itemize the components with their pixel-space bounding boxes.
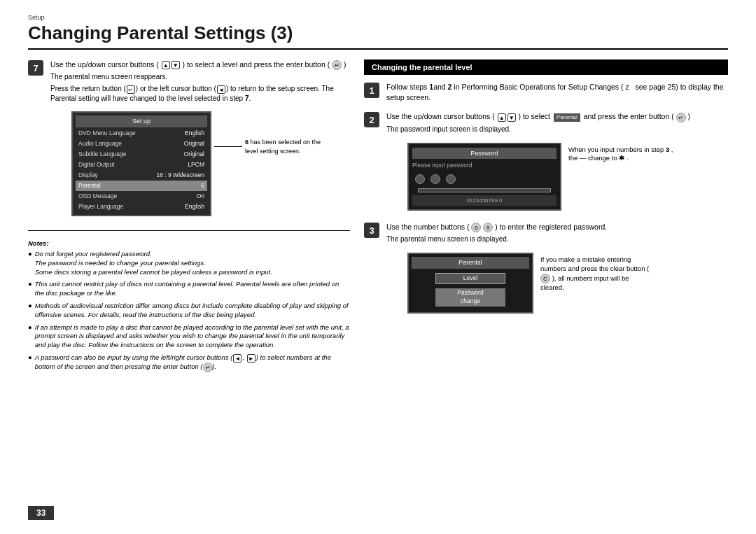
up-arrow-icon: ▲ [162,61,170,69]
password-screen: Password Please input password 012345678… [407,143,561,211]
step-3-annotation: If you make a mistake entering numbers a… [540,255,652,292]
password-screen-title: Password [412,148,556,160]
password-circle-3 [446,174,456,184]
setup-row-display: Display16 : 9 Widescreen [76,170,207,181]
step-7-block: 7 Use the up/down cursor buttons ( ▲▼ ) … [28,59,350,222]
note-text-3: Methods of audiovisual restriction diffe… [35,302,350,320]
step-3-number: 3 [364,223,379,238]
enter-button-icon: ↵ [332,60,342,70]
setup-screen-container: Set up DVD Menu LanguageEnglish Audio La… [71,111,211,216]
password-circle-1 [415,174,425,184]
parental-row-1: Level [412,272,529,287]
notes-section: Notes: ● Do not forget your registered p… [28,239,350,372]
step3-num-icon2: 9 [483,223,493,232]
page-title: Changing Parental Settings (3) [28,22,728,50]
bullet-2: ● [28,280,32,298]
setup-row-subtitle: Subtitle LanguageOriginal [76,150,207,160]
password-label: Please input password [412,162,556,170]
step-2-screen-row: Password Please input password 012345678… [386,139,728,216]
note-text-1: Do not forget your registered password.T… [35,250,272,276]
return-btn-icon: ↩ [127,85,135,94]
step-7-instruction: Use the up/down cursor buttons ( ▲▼ ) to… [50,59,350,70]
clear-btn-icon: C [540,274,550,283]
annotation-line [214,146,242,147]
left-btn-icon: ◄ [217,85,225,94]
step-3-subtext: The parental menu screen is displayed. [386,234,728,244]
parental-menu-level: Level [435,273,505,284]
step3-num-icon1: 0 [471,223,481,232]
note-4: ● If an attempt is made to play a disc t… [28,323,350,350]
notes-title: Notes: [28,239,350,247]
step-2-block: 2 Use the up/down cursor buttons ( ▲▼ ) … [364,111,728,215]
step-7-content: Use the up/down cursor buttons ( ▲▼ ) to… [50,59,350,222]
note-1: ● Do not forget your registered password… [28,250,350,276]
step-1-block: 1 Follow steps 1and 2 in Performing Basi… [364,82,728,104]
parental-screen-title: Parental [412,257,529,269]
step-1-number: 1 [364,83,379,98]
step-2-text: Use the up/down cursor buttons ( ▲▼ ) to… [386,111,728,122]
step-7-sub: The parental menu screen reappears. [50,72,350,82]
bullet-1: ● [28,250,32,276]
step-3-text: Use the number buttons ( 0 9 ) to enter … [386,222,728,232]
parental-screen: Parental Level Password change [407,253,533,313]
setup-row-audio: Audio LanguageOriginal [76,139,207,150]
setup-row-digital: Digital OutputLPCM [76,160,207,170]
parental-select-label: Parental [554,113,580,121]
setup-label: Setup [28,14,728,21]
setup-row-dvd: DVD Menu LanguageEnglish [76,129,207,139]
note-text-5: A password can also be input by using th… [35,353,350,372]
bullet-3: ● [28,302,32,320]
setup-screen: Set up DVD Menu LanguageEnglish Audio La… [71,111,211,216]
bullet-4: ● [28,323,32,350]
step-1-content: Follow steps 1and 2 in Performing Basic … [386,82,728,104]
step-2-number: 2 [364,112,379,127]
setup-row-osd: OSD MessageOn [76,191,207,202]
password-circle-2 [430,174,440,184]
content-wrapper: 7 Use the up/down cursor buttons ( ▲▼ ) … [28,59,728,376]
enter-icon-small: ↵ [203,363,213,372]
changing-parental-header: Changing the parental level [364,59,728,75]
setup-row-parental: Parental6 [76,181,207,191]
left-cursor-icon: ◄ [233,354,241,363]
step2-down-icon: ▼ [507,113,516,122]
right-column: Changing the parental level 1 Follow ste… [364,59,728,376]
step-2-content: Use the up/down cursor buttons ( ▲▼ ) to… [386,111,728,215]
note-5: ● A password can also be input by using … [28,353,350,372]
note-text-4: If an attempt is made to play a disc tha… [35,323,350,350]
step2-enter-icon: ↵ [676,113,686,122]
left-column: 7 Use the up/down cursor buttons ( ▲▼ ) … [28,59,350,376]
password-circles [412,174,556,184]
step-2-annotation: When you input numbers in step 3 , the —… [568,146,680,164]
note-2: ● This unit cannot restrict play of disc… [28,280,350,298]
step-7-sub2: Press the return button (↩) or the left … [50,84,350,104]
page-container: Setup Changing Parental Settings (3) 7 U… [0,0,756,534]
step2-up-icon: ▲ [498,113,506,122]
step-3-block: 3 Use the number buttons ( 0 9 ) to ente… [364,222,728,317]
password-input-bar [418,188,551,192]
step-3-screen-row: Parental Level Password change If you ma… [386,248,728,317]
note-text-2: This unit cannot restrict play of discs … [35,280,350,298]
screen-annotation-area: 6 has been selected on the level setting… [214,138,322,155]
step-1-text: Follow steps 1and 2 in Performing Basic … [386,82,728,102]
setup-screen-title: Set up [76,115,207,127]
password-numbers: 0123456789 0 [412,195,556,206]
bullet-5: ● [28,353,32,372]
step-7-number: 7 [28,60,43,76]
setup-row-player: Player LanguageEnglish [76,202,207,212]
note-3: ● Methods of audiovisual restriction dif… [28,302,350,320]
parental-row-2: Password change [412,287,529,309]
step-2-subtext: The password input screen is displayed. [386,125,728,134]
parental-menu-password: Password change [435,288,505,307]
screen-annotation-text: 6 has been selected on the level setting… [245,138,322,155]
step-3-content: Use the number buttons ( 0 9 ) to enter … [386,222,728,317]
down-arrow-icon: ▼ [172,61,180,69]
divider [28,230,350,231]
page-number: 33 [28,506,54,520]
right-cursor-icon: ► [247,354,255,363]
